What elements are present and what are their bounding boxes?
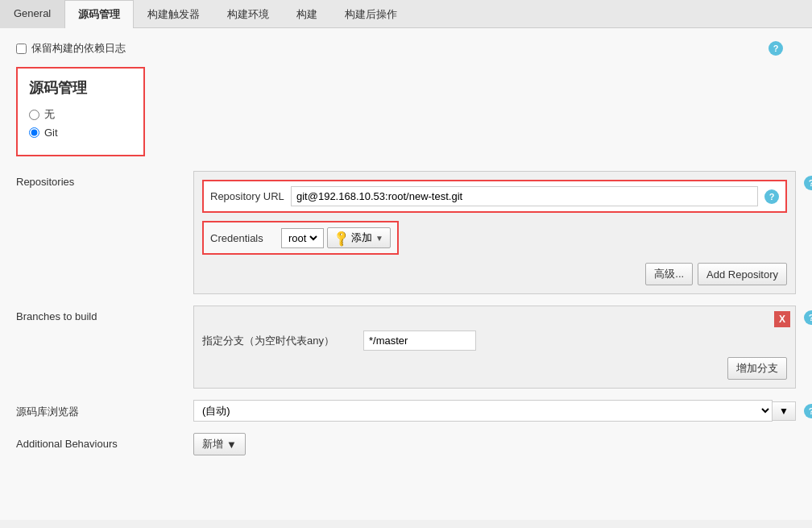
behaviours-label: Additional Behaviours [16, 433, 193, 450]
branches-content: X 指定分支（为空时代表any） 增加分支 ? [193, 306, 796, 389]
credentials-row: Credentials root 🔑 添加 ▼ [202, 221, 399, 255]
credentials-select[interactable]: root [285, 231, 320, 245]
behaviours-section: Additional Behaviours 新增 ▼ [16, 433, 796, 455]
repo-box: Repository URL ? Credentials root [193, 171, 796, 294]
browser-label: 源码库浏览器 [16, 400, 193, 419]
repo-url-row: Repository URL ? [202, 180, 787, 213]
credentials-label: Credentials [210, 232, 275, 244]
key-icon: 🔑 [332, 228, 350, 247]
browser-dropdown-arrow-icon[interactable]: ▼ [773, 401, 796, 421]
branches-label: Branches to build [16, 306, 193, 322]
tab-scm[interactable]: 源码管理 [64, 0, 134, 28]
branch-specifier-input[interactable] [363, 331, 476, 351]
keep-deps-label: 保留构建的依赖日志 [31, 41, 126, 56]
tab-bar: General 源码管理 构建触发器 构建环境 构建 构建后操作 [0, 0, 812, 28]
scm-git-row: Git [29, 127, 132, 139]
behaviours-content: 新增 ▼ [193, 433, 796, 455]
browser-content: (自动) ▼ ? [193, 400, 796, 422]
add-behaviour-button[interactable]: 新增 ▼ [193, 433, 246, 455]
branches-help-icon[interactable]: ? [804, 310, 812, 325]
scm-git-radio[interactable] [29, 127, 39, 138]
keep-deps-checkbox[interactable] [16, 44, 27, 54]
scm-git-label: Git [44, 127, 58, 139]
scm-none-row: 无 [29, 107, 132, 122]
branches-section: Branches to build X 指定分支（为空时代表any） 增加分支 … [16, 306, 796, 389]
repositories-section: Repositories Repository URL ? Credential… [16, 171, 796, 294]
repositories-content: Repository URL ? Credentials root [193, 171, 796, 294]
scm-title: 源码管理 [29, 78, 132, 98]
tab-triggers[interactable]: 构建触发器 [134, 0, 213, 28]
tab-env[interactable]: 构建环境 [213, 0, 283, 28]
branch-specifier-label: 指定分支（为空时代表any） [202, 334, 363, 348]
tab-general[interactable]: General [0, 0, 64, 28]
scm-none-radio[interactable] [29, 110, 39, 120]
browser-section: 源码库浏览器 (自动) ▼ ? [16, 400, 796, 422]
repositories-label: Repositories [16, 171, 193, 188]
branch-row: 指定分支（为空时代表any） [202, 331, 787, 351]
repo-url-help-icon[interactable]: ? [764, 189, 779, 204]
branches-box: X 指定分支（为空时代表any） 增加分支 [193, 306, 796, 389]
browser-select-wrapper: (自动) ▼ [193, 400, 796, 422]
add-branch-button[interactable]: 增加分支 [727, 357, 787, 380]
advanced-button[interactable]: 高级... [645, 263, 693, 285]
repositories-help-icon[interactable]: ? [804, 176, 812, 190]
scm-none-label: 无 [44, 107, 55, 122]
scm-section: 源码管理 无 Git [16, 67, 145, 156]
repo-url-label: Repository URL [210, 190, 291, 202]
tab-build[interactable]: 构建 [283, 0, 331, 28]
add-behaviour-label: 新增 [202, 437, 223, 451]
add-credentials-button[interactable]: 🔑 添加 ▼ [327, 227, 391, 248]
tab-post[interactable]: 构建后操作 [331, 0, 411, 28]
browser-help-icon[interactable]: ? [804, 404, 812, 418]
keep-deps-help-icon[interactable]: ? [768, 41, 783, 56]
credentials-select-box[interactable]: root [281, 228, 324, 248]
repo-actions: 高级... Add Repository [202, 263, 787, 285]
behaviour-dropdown-arrow-icon: ▼ [226, 439, 237, 451]
main-content: 保留构建的依赖日志 ? 源码管理 无 Git Repositories Re [0, 28, 812, 520]
browser-select[interactable]: (自动) [193, 400, 773, 422]
repo-url-input[interactable] [291, 186, 758, 206]
add-credentials-label: 添加 [351, 231, 372, 245]
credentials-dropdown-arrow-icon: ▼ [375, 234, 383, 243]
branch-actions: 增加分支 [202, 357, 787, 380]
add-repository-button[interactable]: Add Repository [698, 263, 787, 285]
remove-branch-button[interactable]: X [774, 311, 790, 327]
credentials-wrapper: Credentials root 🔑 添加 ▼ [202, 221, 787, 255]
